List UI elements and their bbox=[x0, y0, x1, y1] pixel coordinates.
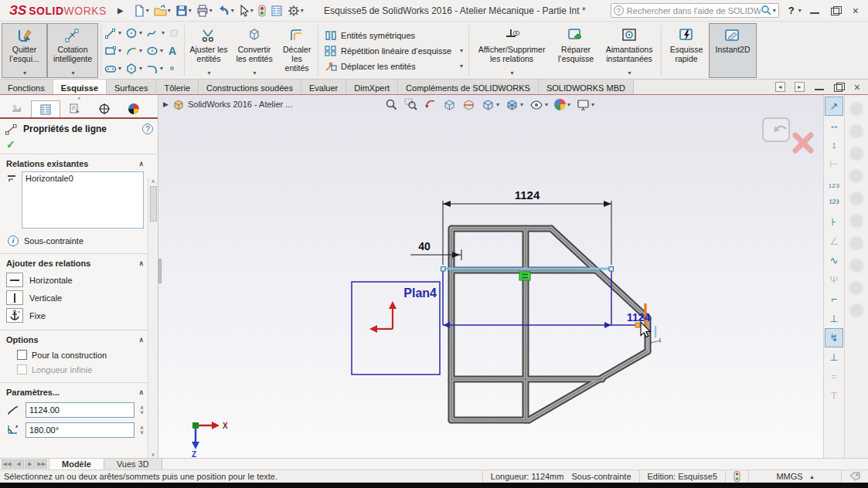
slot-tool[interactable]: ▾ bbox=[104, 59, 122, 77]
view-palette-icon[interactable] bbox=[849, 168, 864, 184]
for-construction-row[interactable]: Pour la construction bbox=[6, 347, 144, 362]
search-dropdown-icon[interactable]: ▾ bbox=[773, 8, 776, 14]
smart-dimension-button[interactable]: Cotation intelligente ▾ bbox=[47, 23, 98, 78]
tab-tolerie[interactable]: Tôlerie bbox=[156, 80, 199, 94]
attach-dimension-tool[interactable]: ∿ bbox=[825, 251, 843, 270]
ellipse-tool[interactable]: ▾ bbox=[145, 42, 165, 59]
dimxpertmanager-tab[interactable] bbox=[90, 100, 119, 117]
add-vertical-button[interactable]: Verticale bbox=[6, 289, 144, 307]
mirror-entities-button[interactable]: Entités symétriques bbox=[324, 29, 463, 42]
next-tab-icon[interactable]: ▶ bbox=[25, 459, 36, 469]
relations-listbox[interactable]: Horizontale0 bbox=[22, 171, 144, 229]
display-relations-button[interactable]: Afficher/Supprimer les relations ▾ bbox=[471, 23, 552, 78]
featuremanager-tab[interactable] bbox=[2, 100, 31, 117]
last-tab-icon[interactable]: ▶▶ bbox=[36, 459, 47, 469]
horizontal-relation-marker[interactable] bbox=[519, 272, 530, 280]
search-input[interactable]: Rechercher dans l’aide de SOLIDWORKS bbox=[627, 6, 761, 15]
undo-button[interactable]: ▾ bbox=[216, 3, 236, 19]
fillet-tool[interactable]: ▾ bbox=[145, 59, 165, 77]
panel-help-icon[interactable]: ? bbox=[142, 124, 153, 134]
tab-evaluer[interactable]: Evaluer bbox=[301, 80, 346, 94]
new-document-button[interactable]: ▾ bbox=[131, 3, 151, 19]
angle-input[interactable]: 180.00° bbox=[26, 422, 134, 438]
sketch-rectangle[interactable] bbox=[443, 269, 644, 325]
collapse-chevron-icon[interactable]: ∧ bbox=[138, 336, 144, 344]
line-tool[interactable]: ▾ bbox=[104, 24, 122, 42]
graphics-area[interactable]: ▶ SolidWorks 2016 - Atelier ... ▾ ▾ ▾ ▾ … bbox=[158, 95, 823, 458]
dimension-editing-text[interactable]: 1124 bbox=[627, 311, 651, 324]
display-delete-relations-tool[interactable]: ⊥ bbox=[825, 347, 843, 367]
collapse-chevron-icon[interactable]: ∧ bbox=[138, 160, 144, 168]
offset-entities-button[interactable]: Décaler les entités bbox=[278, 23, 315, 78]
close-button[interactable]: × bbox=[853, 6, 859, 15]
units-selector[interactable]: MMGS ▴ bbox=[748, 470, 841, 483]
tab-dimxpert[interactable]: DimXpert bbox=[346, 80, 398, 94]
appearances-icon[interactable] bbox=[849, 191, 864, 206]
scenes-icon[interactable] bbox=[849, 213, 864, 229]
tab-vues-3d[interactable]: Vues 3D bbox=[104, 459, 162, 469]
arc-tool[interactable]: ▾ bbox=[124, 42, 143, 59]
pane-right-icon[interactable]: ▸ bbox=[795, 82, 805, 92]
horizontal-dimension-tool[interactable]: ↔ bbox=[825, 116, 843, 135]
confirmation-corner[interactable] bbox=[763, 118, 789, 141]
text-tool[interactable]: A bbox=[168, 42, 182, 59]
status-performance[interactable] bbox=[725, 470, 748, 483]
prev-tab-icon[interactable]: ◀ bbox=[13, 459, 24, 469]
circle-tool[interactable]: ▾ bbox=[124, 24, 143, 42]
restore-button[interactable] bbox=[831, 6, 842, 15]
repair-sketch-button[interactable]: Réparer l’esquisse bbox=[552, 23, 600, 78]
tab-constructions-soudees[interactable]: Constructions soudées bbox=[199, 80, 301, 94]
for-construction-checkbox[interactable] bbox=[17, 350, 27, 360]
tab-surfaces[interactable]: Surfaces bbox=[107, 80, 156, 94]
smart-dimension-tool[interactable]: ↗ bbox=[825, 97, 843, 116]
forum-icon[interactable] bbox=[849, 258, 864, 273]
move-entities-button[interactable]: Déplacer les entités ▾ bbox=[324, 59, 463, 73]
length-spinner[interactable]: ∧∨ bbox=[140, 405, 144, 415]
trim-entities-button[interactable]: Ajuster les entités ▾ bbox=[187, 23, 230, 78]
first-tab-icon[interactable]: ◀◀ bbox=[2, 459, 12, 469]
panel-splitter-handle[interactable]: ● bbox=[0, 95, 158, 100]
make-fixed-tool[interactable]: ↯ bbox=[825, 328, 843, 347]
convert-entities-button[interactable]: Convertir les entités ▾ bbox=[230, 23, 278, 78]
configurationmanager-tab[interactable] bbox=[60, 100, 90, 117]
instant-snaps-button[interactable]: Aimantations instantanées ▾ bbox=[600, 23, 659, 78]
cancel-sketch-icon[interactable] bbox=[795, 135, 811, 151]
propertymanager-tab[interactable] bbox=[31, 100, 60, 117]
add-fixed-button[interactable]: Fixe bbox=[6, 307, 144, 324]
dimension-40-text[interactable]: 40 bbox=[418, 240, 431, 252]
add-horizontal-button[interactable]: Horizontale bbox=[6, 271, 144, 289]
displaymanager-tab[interactable] bbox=[119, 100, 148, 117]
open-document-button[interactable]: ▾ bbox=[152, 3, 172, 19]
options-button[interactable]: ▾ bbox=[286, 3, 305, 19]
print-button[interactable]: ▾ bbox=[195, 3, 214, 19]
point-tool[interactable] bbox=[168, 59, 182, 77]
scrollbar-thumb[interactable] bbox=[150, 186, 157, 222]
select-button[interactable]: ▾ bbox=[237, 3, 255, 19]
doc-restore-button[interactable] bbox=[834, 83, 845, 92]
collapse-chevron-icon[interactable]: ∧ bbox=[138, 388, 144, 396]
minimize-button[interactable] bbox=[809, 6, 820, 15]
horizontal-ordinate-tool[interactable]: ¹²³ bbox=[825, 193, 843, 212]
linear-pattern-button[interactable]: Répétition linéaire d’esquisse ▾ bbox=[324, 44, 463, 57]
exit-sketch-button[interactable]: Quitter l’esqui... ▾ bbox=[2, 23, 47, 78]
line-endpoint-handle[interactable] bbox=[609, 267, 614, 272]
help-button[interactable]: ? bbox=[788, 5, 795, 16]
units-dropdown-icon[interactable]: ▴ bbox=[811, 473, 814, 480]
rapid-sketch-button[interactable]: Esquisse rapide bbox=[664, 23, 709, 78]
vertical-dimension-tool[interactable]: ↕ bbox=[825, 135, 843, 154]
doc-minimize-button[interactable] bbox=[814, 83, 825, 92]
save-button[interactable]: ▾ bbox=[174, 3, 193, 19]
ok-check-button[interactable]: ✓ bbox=[0, 137, 158, 154]
performance-monitor-button[interactable] bbox=[257, 3, 267, 19]
file-explorer-icon[interactable] bbox=[849, 146, 864, 161]
tab-modele[interactable]: Modèle bbox=[49, 459, 104, 469]
menu-flyout-arrow-icon[interactable]: ▶ bbox=[117, 6, 124, 15]
dimension-1124-text[interactable]: 1124 bbox=[515, 188, 540, 202]
length-input[interactable]: 1124.00 bbox=[26, 402, 134, 418]
frame-profile[interactable] bbox=[451, 229, 648, 420]
plane-label[interactable]: Plan4 bbox=[403, 286, 437, 300]
tab-complements[interactable]: Compléments de SOLIDWORKS bbox=[398, 80, 539, 94]
panel-scrollbar[interactable]: ∧ ∨ bbox=[148, 178, 158, 458]
polygon-tool[interactable]: ▾ bbox=[124, 59, 143, 77]
ordinate-dimension-tool[interactable]: ₁₂₃ bbox=[825, 174, 843, 193]
